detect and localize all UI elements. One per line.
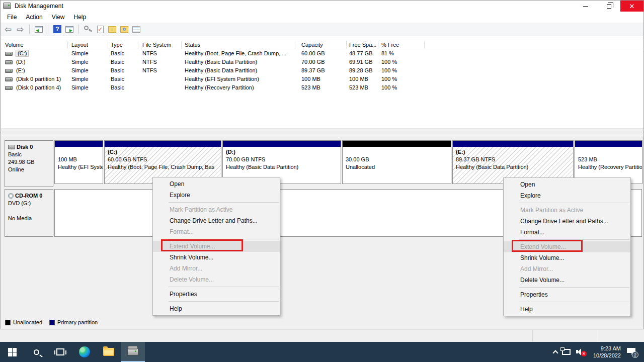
menu-item-open[interactable]: Open xyxy=(504,179,630,190)
partition-unallocated[interactable]: 30.00 GBUnallocated xyxy=(342,140,451,184)
cell-pct: 100 % xyxy=(381,84,397,90)
action-pane-icon[interactable]: ▶ xyxy=(65,25,74,34)
table-row[interactable]: (Disk 0 partition 1)SimpleBasicHealthy (… xyxy=(1,75,643,83)
menu-item-extend-volume[interactable]: Extend Volume... xyxy=(504,241,630,252)
taskbar: ✕ 9:23 AM 10/28/2022 2 xyxy=(0,342,644,362)
inspect-icon[interactable] xyxy=(84,25,93,34)
menu-item-shrink-volume[interactable]: Shrink Volume... xyxy=(504,252,630,263)
volume-icon xyxy=(5,52,13,56)
tray-chevron-icon[interactable] xyxy=(552,350,558,355)
table-row[interactable]: (D:)SimpleBasicNTFSHealthy (Basic Data P… xyxy=(1,58,643,66)
menu-item-properties[interactable]: Properties xyxy=(504,289,630,300)
disk-management-icon[interactable] xyxy=(121,342,145,362)
volume-muted-icon[interactable]: ✕ xyxy=(576,348,586,356)
menu-item-mark-partition-as-active[interactable]: Mark Partition as Active xyxy=(153,204,280,215)
partition-healthy-efi-system-partition-[interactable]: 100 MBHealthy (EFI System Partition) xyxy=(54,140,103,184)
menu-item-mark-partition-as-active[interactable]: Mark Partition as Active xyxy=(504,205,630,216)
task-view-icon[interactable] xyxy=(48,342,72,362)
menu-action[interactable]: Action xyxy=(21,12,47,22)
partition-size: 60.00 GB NTFS xyxy=(108,156,147,162)
menu-item-format[interactable]: Format... xyxy=(504,227,630,238)
details-icon[interactable] xyxy=(132,25,141,34)
notification-center-icon[interactable]: 2 xyxy=(627,348,637,356)
partition-name: (D:) xyxy=(226,149,235,155)
close-button[interactable]: ✕ xyxy=(620,1,643,12)
menu-item-delete-volume[interactable]: Delete Volume... xyxy=(504,275,630,286)
edge-icon[interactable] xyxy=(72,342,97,362)
restore-button[interactable] xyxy=(597,1,620,12)
table-row[interactable]: (Disk 0 partition 4)SimpleBasicHealthy (… xyxy=(1,83,643,92)
header-separator xyxy=(108,41,108,49)
menu-separator xyxy=(519,302,629,302)
toolbar-separator xyxy=(48,25,48,34)
minimize-button[interactable] xyxy=(574,1,597,12)
partition-size: 523 MB xyxy=(578,156,597,162)
commit-icon[interactable]: ✓ xyxy=(96,25,105,34)
menu-separator xyxy=(169,202,279,203)
column-header-layout[interactable]: Layout xyxy=(71,42,88,48)
menu-item-shrink-volume[interactable]: Shrink Volume... xyxy=(153,252,280,263)
menu-item-delete-volume[interactable]: Delete Volume... xyxy=(153,274,280,285)
back-arrow-icon[interactable]: ⇦ xyxy=(4,25,13,34)
disk-icon xyxy=(8,145,15,149)
volume-list: VolumeLayoutTypeFile SystemStatusCapacit… xyxy=(1,36,643,132)
menu-item-properties[interactable]: Properties xyxy=(153,289,280,300)
toolbar-separator xyxy=(78,25,79,34)
horizontal-scrollbar[interactable] xyxy=(1,128,643,132)
cell-type: Basic xyxy=(111,50,124,56)
table-row[interactable]: (C:)SimpleBasicNTFSHealthy (Boot, Page F… xyxy=(1,49,643,58)
table-row[interactable]: (E:)SimpleBasicNTFSHealthy (Basic Data P… xyxy=(1,66,643,75)
menu-item-help[interactable]: Help xyxy=(153,303,280,314)
network-icon[interactable] xyxy=(562,349,571,355)
cell-free: 100 MB xyxy=(349,76,368,82)
menu-separator xyxy=(519,203,629,203)
menu-item-add-mirror[interactable]: Add Mirror... xyxy=(153,263,280,274)
highlight-red-box xyxy=(161,239,243,251)
title-bar[interactable]: Disk Management ✕ xyxy=(1,1,643,12)
cell-pct: 100 % xyxy=(381,59,397,65)
menu-file[interactable]: File xyxy=(3,12,21,22)
file-explorer-icon[interactable] xyxy=(97,342,121,362)
cell-fs: NTFS xyxy=(142,59,157,65)
menu-item-add-mirror[interactable]: Add Mirror... xyxy=(504,263,630,275)
desktop-strip xyxy=(0,329,644,342)
menu-help[interactable]: Help xyxy=(69,12,91,22)
start-icon[interactable] xyxy=(0,342,24,362)
legend-label: Primary partition xyxy=(57,319,98,325)
disk0-label-panel[interactable]: Disk 0 Basic 249.98 GB Online xyxy=(5,140,53,187)
search-icon[interactable] xyxy=(24,342,48,362)
forward-arrow-icon[interactable]: ⇨ xyxy=(16,25,25,34)
menu-item-extend-volume[interactable]: Extend Volume... xyxy=(153,241,280,252)
cell-capacity: 523 MB xyxy=(301,84,320,90)
menu-item-change-drive-letter-and-paths[interactable]: Change Drive Letter and Paths... xyxy=(504,216,630,227)
folder-shape xyxy=(120,26,128,33)
menu-item-format[interactable]: Format... xyxy=(153,226,280,237)
console-tree-icon[interactable]: ◀ xyxy=(34,25,43,34)
menu-view[interactable]: View xyxy=(47,12,69,22)
folder-up-icon[interactable]: ↑ xyxy=(108,25,117,34)
menu-item-open[interactable]: Open xyxy=(153,178,280,190)
column-header-free-spa-[interactable]: Free Spa... xyxy=(349,42,376,48)
partition-name: (E:) xyxy=(456,149,465,155)
column-header-type[interactable]: Type xyxy=(111,42,123,48)
volume-list-header[interactable]: VolumeLayoutTypeFile SystemStatusCapacit… xyxy=(1,40,643,49)
menu-item-explore[interactable]: Explore xyxy=(153,190,280,201)
menu-item-help[interactable]: Help xyxy=(504,304,630,315)
column-header-capacity[interactable]: Capacity xyxy=(301,42,323,48)
cell-capacity: 89.37 GB xyxy=(301,67,325,73)
column-header--free[interactable]: % Free xyxy=(381,42,399,48)
screen: Disk Management ✕ FileActionViewHelp ⇦⇨◀… xyxy=(0,0,644,362)
speaker-cone xyxy=(578,348,581,355)
partition-name: (C:) xyxy=(108,149,117,155)
menu-item-change-drive-letter-and-paths[interactable]: Change Drive Letter and Paths... xyxy=(153,215,280,226)
cell-status: Healthy (Basic Data Partition) xyxy=(185,67,257,73)
clock[interactable]: 9:23 AM 10/28/2022 xyxy=(590,345,624,359)
column-header-status[interactable]: Status xyxy=(185,42,200,48)
menu-item-explore[interactable]: Explore xyxy=(504,190,630,201)
folder-logo xyxy=(103,348,114,356)
cdrom-label-panel[interactable]: CD-ROM 0 DVD (G:) No Media xyxy=(5,189,53,237)
help-icon[interactable]: ? xyxy=(53,25,62,34)
column-header-file-system[interactable]: File System xyxy=(142,42,171,48)
folder-search-icon[interactable] xyxy=(120,25,129,34)
column-header-volume[interactable]: Volume xyxy=(5,42,24,48)
